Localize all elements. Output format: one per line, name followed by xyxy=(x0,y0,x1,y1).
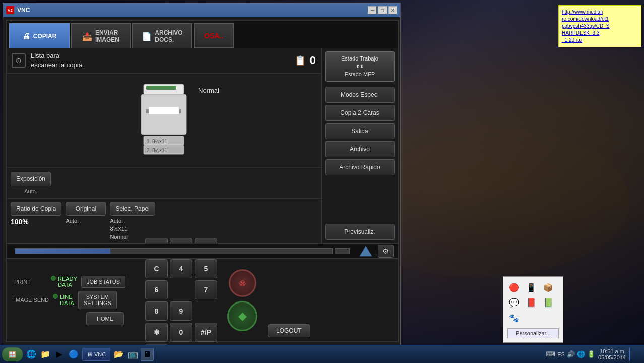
tab-osa[interactable]: OSA.. xyxy=(194,23,234,48)
archivo-button[interactable]: Archivo xyxy=(325,141,395,157)
date-display: 05/05/2014 xyxy=(598,354,626,360)
popup-icon-7[interactable]: 🐾 xyxy=(507,311,521,324)
status-line1: Lista para xyxy=(31,51,84,60)
start-button[interactable]: ◆ xyxy=(227,301,257,331)
explorer-icon[interactable]: 📁 xyxy=(39,348,52,361)
copia-2-caras-button[interactable]: Copia 2-Caras xyxy=(325,105,395,121)
estado-trabajo-button[interactable]: Estado Trabajo ⬆⬇ Estado MFP xyxy=(325,51,395,82)
page-icon: 📋 xyxy=(295,55,306,66)
mfp-interface: 🖨 COPIAR 📤 ENVIARIMAGEN 📄 ARCHIVODOCS. O… xyxy=(6,20,399,342)
original-button[interactable]: Original xyxy=(66,202,106,216)
key-0[interactable]: 0 xyxy=(170,323,192,342)
start-button[interactable]: 🪟 xyxy=(2,347,23,361)
stop-button[interactable]: ⊗ xyxy=(229,269,256,297)
image-send-indicator: LINEDATA xyxy=(53,294,74,306)
status-text: Lista para escanear la copia. xyxy=(31,51,84,70)
mode-buttons: PRINT READYDATA JOB STATUS IMAGE SEND LI… xyxy=(14,276,135,325)
personalizar-button[interactable]: Personalizar... xyxy=(507,328,559,338)
key-5[interactable]: 5 xyxy=(195,259,217,278)
mfp-left-panel: ⊙ Lista para escanear la copia. 📋 0 xyxy=(7,48,322,243)
mfp-options-row: Ratio de Copia 100% Original Auto. Selec… xyxy=(7,198,321,243)
archivo-icon: 📄 xyxy=(142,32,152,41)
systray-popup-icons: 🔴 📱 📦 💬 📕 📗 🐾 xyxy=(507,281,559,324)
progress-fill xyxy=(15,249,110,254)
taskbar-quick-launch: 🌐 📁 ▶ 🔵 xyxy=(25,348,80,361)
line-dot xyxy=(53,294,58,299)
tab-enviar-imagen[interactable]: 📤 ENVIARIMAGEN xyxy=(71,23,131,48)
popup-icon-3[interactable]: 📦 xyxy=(542,281,555,294)
logout-area: LOGOUT xyxy=(268,259,310,341)
vnc-taskbar-button[interactable]: 🖥 VNC xyxy=(82,348,110,361)
arrow-icon xyxy=(358,244,374,258)
volume-icon[interactable]: 🔊 xyxy=(567,350,575,358)
network-icon[interactable]: 🌐 xyxy=(577,350,585,358)
system-tray: ⌨ ES 🔊 🌐 🔋 xyxy=(546,350,595,358)
key-c[interactable]: C xyxy=(145,259,168,278)
ratio-copia-button[interactable]: Ratio de Copia xyxy=(11,202,61,216)
window-controls[interactable]: ─ □ ✕ xyxy=(368,6,397,14)
keyboard-icon: ⌨ xyxy=(546,350,555,358)
logout-button[interactable]: LOGOUT xyxy=(268,324,310,337)
modos-espec-button[interactable]: Modos Espec. xyxy=(325,87,395,103)
system-settings-button[interactable]: SYSTEMSETTINGS xyxy=(78,291,117,309)
salida-button[interactable]: Salida xyxy=(325,123,395,139)
print-mode-row: PRINT READYDATA JOB STATUS xyxy=(14,276,135,288)
popup-icon-2[interactable]: 📱 xyxy=(525,281,538,294)
popup-icon-4[interactable]: 💬 xyxy=(507,296,521,309)
exposure-controls: Exposición Auto. xyxy=(7,167,321,198)
svg-rect-6 xyxy=(149,107,179,114)
original-value: Auto. xyxy=(66,218,106,224)
show-desktop-icon[interactable] xyxy=(629,348,642,361)
key-8[interactable]: 8 xyxy=(145,301,168,321)
maximize-button[interactable]: □ xyxy=(378,6,387,14)
media-player-icon[interactable]: ▶ xyxy=(53,348,66,361)
scanner-area: 1. 8½x11 2. 8½x11 Normal xyxy=(7,74,321,167)
key-hash[interactable]: #/P xyxy=(195,323,217,342)
window-title: VNC xyxy=(17,7,30,14)
vnc-taskbar-label: VNC xyxy=(94,351,106,357)
vnc-taskbar-icon: 🖥 xyxy=(87,351,92,357)
taskbar: 🪟 🌐 📁 ▶ 🔵 🖥 VNC 📂 📺 🖥 ⌨ ES 🔊 🌐 🔋 10:51 a… xyxy=(0,345,644,363)
archivo-rapido-button[interactable]: Archivo Rápido xyxy=(325,159,395,175)
vnc-title: V2 VNC xyxy=(6,6,30,14)
job-status-button[interactable]: JOB STATUS xyxy=(81,276,125,288)
popup-icon-5[interactable]: 📕 xyxy=(525,296,538,309)
tab-copiar[interactable]: 🖨 COPIAR xyxy=(9,23,70,48)
popup-icon-1[interactable]: 🔴 xyxy=(507,281,521,294)
tab-archivo-docs[interactable]: 📄 ARCHIVODOCS. xyxy=(132,23,192,48)
selec-papel-button[interactable]: Selec. Papel xyxy=(110,202,155,216)
status-line2: escanear la copia. xyxy=(31,60,84,70)
close-button[interactable]: ✕ xyxy=(388,6,397,14)
mfp-status-bar: ⊙ Lista para escanear la copia. 📋 0 xyxy=(7,48,321,74)
key-4[interactable]: 4 xyxy=(170,259,192,278)
print-label: PRINT xyxy=(14,279,47,285)
progress-bar xyxy=(15,248,333,254)
popup-icon-6[interactable]: 📗 xyxy=(542,296,555,309)
original-block: Original Auto. xyxy=(66,202,106,240)
progress-bar-area xyxy=(11,247,354,255)
ie-icon[interactable]: 🌐 xyxy=(25,348,38,361)
key-asterisk[interactable]: ✱ xyxy=(145,323,168,342)
tab-osa-label: OSA.. xyxy=(204,32,223,40)
page-count-area: 📋 0 xyxy=(295,54,316,67)
clock: 10:51 a.m. 05/05/2014 xyxy=(598,348,626,360)
selec-papel-line2: 8½X11 xyxy=(110,226,155,232)
minimize-button[interactable]: ─ xyxy=(368,6,377,14)
battery-icon: 🔋 xyxy=(587,350,595,358)
selec-papel-line1: Auto. xyxy=(110,218,155,224)
key-6[interactable]: 6 xyxy=(145,280,168,299)
previsualiz-button[interactable]: Previsualiz. xyxy=(325,224,395,240)
exposicion-button[interactable]: Exposición xyxy=(11,172,51,186)
tab-copiar-label: COPIAR xyxy=(33,33,57,40)
key-7[interactable]: 7 xyxy=(195,280,217,299)
ratio-block: Ratio de Copia 100% xyxy=(11,202,61,240)
app2-taskbar-icon[interactable]: 🖥 xyxy=(141,348,154,361)
line-data-label: LINEDATA xyxy=(60,294,74,306)
key-9[interactable]: 9 xyxy=(170,301,192,321)
app-taskbar-icon[interactable]: 📺 xyxy=(126,348,140,361)
tab-enviar-label: ENVIARIMAGEN xyxy=(95,29,119,43)
chrome-icon[interactable]: 🔵 xyxy=(67,348,80,361)
settings-button[interactable]: ⚙ xyxy=(378,245,394,258)
folder-taskbar-icon[interactable]: 📂 xyxy=(112,348,125,361)
home-button[interactable]: HOME xyxy=(86,312,124,325)
